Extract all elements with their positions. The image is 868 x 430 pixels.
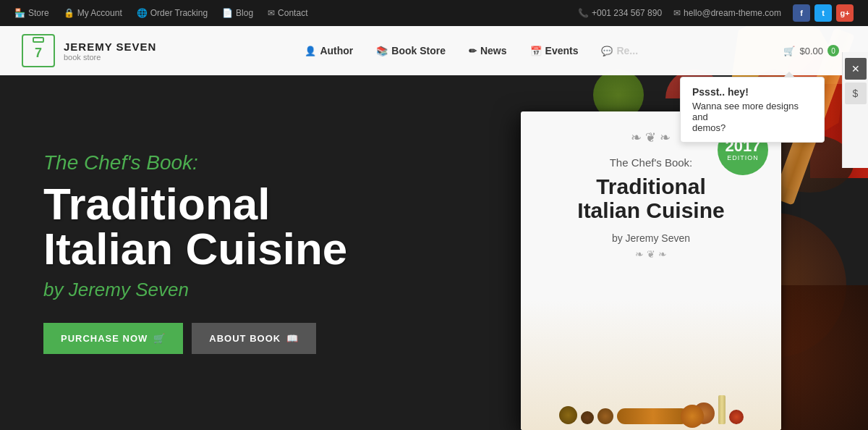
nav-bookstore[interactable]: 📚Book Store [366, 39, 456, 62]
nav-reviews[interactable]: 💬Re... [591, 39, 648, 62]
hero-author: by Jeremy Seven [43, 279, 463, 301]
logo-icon: 7 [22, 34, 55, 67]
cart-icon: 🛒 [783, 46, 795, 56]
hero-title: Traditional Italian Cuisine [43, 182, 463, 271]
cart-price: $0.00 [799, 46, 823, 56]
currency-icon: $ [853, 88, 859, 99]
header-right: 🛒 $0.00 0 Pssst.. hey! Wanna see more de… [776, 41, 846, 61]
topbar-right: 📞 +001 234 567 890 ✉ hello@dream-theme.c… [578, 4, 854, 22]
tools-icon: ✕ [851, 63, 860, 75]
cart-btn-icon: 🛒 [153, 333, 166, 344]
social-icons: f t g+ [793, 4, 854, 22]
cart-button[interactable]: 🛒 $0.00 0 [776, 41, 846, 61]
topbar-phone[interactable]: 📞 +001 234 567 890 [578, 8, 662, 18]
book-btn-icon: 📖 [286, 333, 299, 344]
tooltip-title: Pssst.. hey! [692, 86, 812, 98]
hero-left: The Chef's Book: Traditional Italian Cui… [0, 122, 506, 383]
book-ornament-bottom: ❧ ❦ ❧ [635, 248, 667, 260]
nav-events[interactable]: 📅Events [520, 39, 589, 62]
logo-main-text: JEREMY SEVEN [64, 41, 156, 53]
food-spice-2 [581, 411, 594, 424]
book-title: Traditional Italian Cuisine [577, 174, 724, 222]
events-icon: 📅 [530, 46, 542, 56]
nav-author[interactable]: 👤Author [294, 39, 363, 62]
nav-news[interactable]: ✏News [459, 39, 517, 62]
food-spice-3 [597, 408, 613, 424]
food-spice-1 [559, 406, 577, 424]
purchase-now-button[interactable]: PURCHASE NOW 🛒 [43, 323, 183, 354]
topbar-tracking-link[interactable]: 🌐 Order Tracking [137, 8, 208, 18]
food-berry [729, 410, 744, 424]
googleplus-icon[interactable]: g+ [836, 4, 854, 22]
wooden-spoon [617, 408, 689, 424]
topbar-store-link[interactable]: 🏪 Store [14, 8, 49, 18]
twitter-icon[interactable]: t [814, 4, 832, 22]
bookstore-icon: 📚 [376, 46, 388, 56]
main-nav: 👤Author 📚Book Store ✏News 📅Events 💬Re... [166, 39, 776, 62]
food-bottle [718, 395, 726, 424]
main-area: 7 JEREMY SEVEN book store 👤Author 📚Book … [0, 26, 868, 430]
book-subtitle: The Chef's Book: [610, 156, 693, 169]
about-book-button[interactable]: ABOUT BOOK 📖 [192, 323, 316, 354]
hero-buttons: PURCHASE NOW 🛒 ABOUT BOOK 📖 [43, 323, 463, 354]
book-food-area [521, 300, 781, 430]
topbar-contact-link[interactable]: ✉ Contact [268, 8, 307, 18]
topbar-blog-link[interactable]: 📄 Blog [222, 8, 253, 18]
tooltip-popup: Pssst.. hey! Wanna see more designs and … [680, 77, 825, 143]
book-cover: 2017 EDITION ❧ ❦ ❧ The Chef's Book: Trad… [521, 111, 781, 430]
topbar-account-link[interactable]: 🔒 My Account [64, 8, 122, 18]
tooltip-text: Wanna see more designs and demos? [692, 101, 812, 133]
site-header: 7 JEREMY SEVEN book store 👤Author 📚Book … [0, 26, 868, 75]
reviews-icon: 💬 [601, 46, 613, 56]
news-icon: ✏ [469, 46, 477, 56]
topbar: 🏪 Store 🔒 My Account 🌐 Order Tracking 📄 … [0, 0, 868, 26]
side-currency-button[interactable]: $ [845, 83, 867, 104]
book-ornament-top: ❧ ❦ ❧ [631, 130, 671, 146]
side-tools-button[interactable]: ✕ [845, 58, 867, 80]
facebook-icon[interactable]: f [793, 4, 810, 22]
logo-text: JEREMY SEVEN book store [64, 41, 156, 62]
cart-badge: 0 [827, 45, 839, 56]
author-icon: 👤 [305, 46, 316, 56]
topbar-left: 🏪 Store 🔒 My Account 🌐 Order Tracking 📄 … [14, 8, 307, 18]
topbar-email[interactable]: ✉ hello@dream-theme.com [673, 8, 781, 18]
hero-subtitle: The Chef's Book: [43, 151, 463, 174]
book-author: by Jeremy Seven [612, 232, 690, 244]
side-panel: ✕ $ [842, 52, 868, 168]
logo-sub-text: book store [64, 53, 156, 62]
logo: 7 JEREMY SEVEN book store [22, 34, 166, 67]
book-container: 2017 EDITION ❧ ❦ ❧ The Chef's Book: Trad… [521, 111, 781, 430]
